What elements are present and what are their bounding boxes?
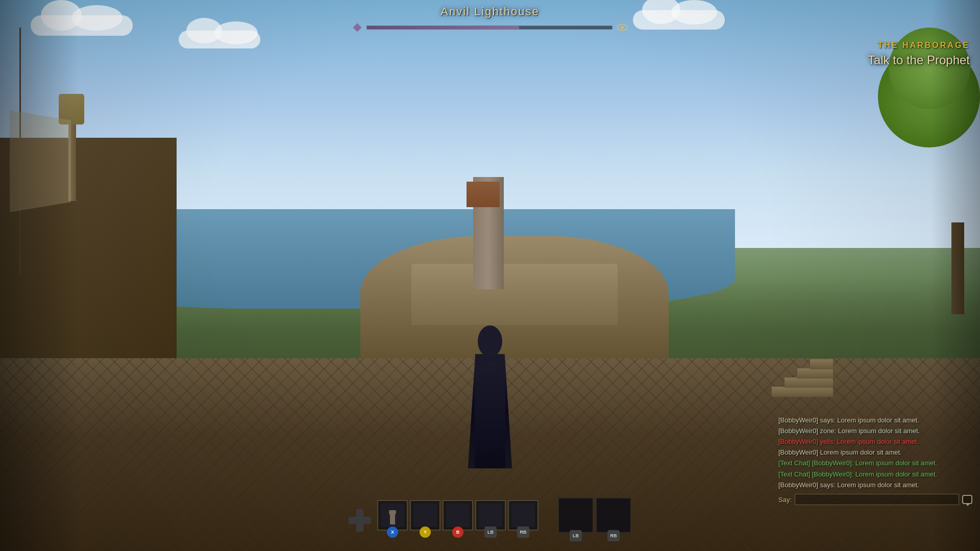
tree-canopy-secondary [889, 28, 970, 109]
skill-slot-4-inner [479, 504, 502, 527]
chat-input-row: Say: [778, 494, 972, 505]
char-head [478, 325, 502, 357]
dpad-icon [349, 509, 371, 532]
chat-msg-1: [BobbyWeir0] says: Lorem ipsum dolor sit… [778, 416, 972, 425]
chat-msg-2: [BobbyWeir0] zone: Lorem ipsum dolor sit… [778, 427, 972, 436]
chat-panel: [BobbyWeir0] says: Lorem ipsum dolor sit… [778, 416, 972, 505]
stair-step-2 [785, 378, 833, 388]
cloud-1 [31, 15, 133, 36]
stair-step-3 [797, 368, 833, 379]
cloud-2 [179, 31, 260, 48]
char-body [475, 361, 505, 468]
ultimate-slot-2[interactable]: RB [596, 497, 631, 533]
skill-slot-2-badge: Y [420, 527, 431, 538]
skill-slot-5[interactable]: RB [508, 500, 538, 531]
skill-slot-3-inner [446, 504, 470, 527]
game-viewport: Anvil Lighthouse THE HARBORAGE Talk to t… [0, 0, 980, 551]
action-bar: X Y B LB RB LB RB [349, 497, 631, 543]
chat-msg-3: [BobbyWeir0] yells: Lorem ipsum dolor si… [778, 437, 972, 446]
chat-msg-7: [BobbyWeir0] says: Lorem ipsum dolor sit… [778, 481, 972, 490]
hud-top-center: Anvil Lighthouse [352, 5, 628, 34]
player-character [459, 325, 521, 468]
dpad-vertical [356, 509, 363, 532]
ship-sail [10, 110, 71, 212]
chat-bubble-icon[interactable] [962, 495, 972, 504]
skill-slot-1-inner [381, 504, 404, 527]
ultimate-slot-1[interactable]: LB [558, 497, 594, 533]
tree-right [784, 28, 980, 386]
skill-slot-3[interactable]: B [443, 500, 473, 531]
skill-slot-4[interactable]: LB [475, 500, 506, 531]
health-bar-fill [367, 26, 519, 29]
stairs-right [772, 356, 833, 397]
cloud-3 [633, 10, 725, 30]
stair-step-4 [810, 359, 833, 369]
quest-objective: Talk to the Prophet [868, 53, 970, 67]
skill-1-icon [385, 506, 400, 524]
location-name: Anvil Lighthouse [440, 5, 539, 18]
stair-step-1 [772, 387, 833, 397]
chat-messages-list: [BobbyWeir0] says: Lorem ipsum dolor sit… [778, 416, 972, 490]
skill-slot-1[interactable]: X [377, 500, 408, 531]
eye-icon [617, 24, 628, 31]
health-diamond-icon [352, 21, 362, 34]
skill-slot-4-badge: LB [484, 527, 497, 538]
skill-slot-5-badge: RB [517, 527, 529, 538]
skill-slot-2-inner [413, 504, 437, 527]
tree-trunk [951, 222, 964, 314]
skill-slot-1-badge: X [387, 527, 398, 538]
chat-input-label: Say: [778, 496, 792, 504]
quest-name: THE HARBORAGE [868, 41, 970, 50]
quest-panel: THE HARBORAGE Talk to the Prophet [868, 41, 970, 67]
health-bar-container [352, 21, 628, 34]
chat-msg-4: [BobbyWeir0] Lorem ipsum dolor sit amet. [778, 448, 972, 457]
skill-slot-5-inner [511, 504, 535, 527]
chat-input-field[interactable] [795, 494, 959, 505]
skill-slot-2[interactable]: Y [410, 500, 440, 531]
chat-msg-6: [Text Chat] [BobbyWeir0]: Lorem ipsum do… [778, 470, 972, 479]
ultimate-slot-1-badge: LB [570, 530, 582, 541]
health-bar-track [366, 26, 612, 30]
ultimate-slot-2-badge: RB [607, 530, 620, 541]
lighthouse-building [411, 264, 617, 325]
skill-slot-3-badge: B [452, 527, 463, 538]
lighthouse-top [467, 182, 500, 207]
chat-msg-5: [Text Chat] [BobbyWeir0]: Lorem ipsum do… [778, 459, 972, 468]
